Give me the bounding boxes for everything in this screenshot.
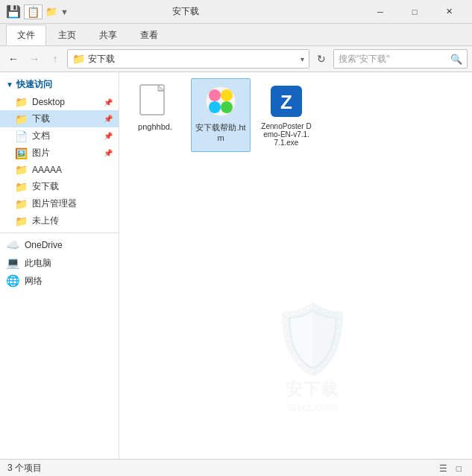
thispc-icon: 💻 bbox=[6, 256, 20, 270]
watermark: 🛡️ 安下载 anxz.com bbox=[271, 300, 354, 414]
close-button[interactable]: ✕ bbox=[432, 0, 466, 24]
quick-access-label: 快速访问 bbox=[16, 78, 52, 91]
sidebar-item-network[interactable]: 🌐 网络 bbox=[0, 272, 119, 290]
search-icon[interactable]: 🔍 bbox=[450, 54, 462, 65]
andownload-folder-icon: 📁 bbox=[15, 181, 28, 193]
tab-share[interactable]: 共享 bbox=[88, 25, 128, 45]
window-controls[interactable]: ─ □ ✕ bbox=[363, 0, 466, 24]
search-placeholder: 搜索"安下载" bbox=[339, 53, 450, 66]
network-icon: 🌐 bbox=[6, 274, 20, 288]
list-view-button[interactable]: ☰ bbox=[436, 462, 450, 475]
grid-view-button[interactable]: □ bbox=[453, 462, 465, 475]
quick-access-header[interactable]: ▼ 快速访问 bbox=[0, 75, 119, 94]
tab-home[interactable]: 主页 bbox=[47, 25, 87, 45]
tab-view[interactable]: 查看 bbox=[129, 25, 169, 45]
file-item-zennoposter[interactable]: Z ZennoPoster Demo-EN-v7.1.7.1.exe bbox=[257, 78, 316, 152]
sidebar: ▼ 快速访问 📁 Desktop 📌 📁 下载 📌 📄 文档 📌 🖼️ 图片 📌… bbox=[0, 72, 119, 459]
minimize-button[interactable]: ─ bbox=[363, 0, 397, 24]
pin-icon-pictures: 📌 bbox=[104, 149, 113, 157]
window-title: 安下载 bbox=[9, 5, 363, 18]
unuploaded-folder-icon: 📁 bbox=[15, 215, 28, 227]
sidebar-item-pictures[interactable]: 🖼️ 图片 📌 bbox=[0, 145, 119, 162]
downloads-folder-icon: 📁 bbox=[15, 113, 28, 125]
sidebar-item-aaaaa-label: AAAAA bbox=[32, 165, 62, 175]
sidebar-item-downloads[interactable]: 📁 下载 📌 bbox=[0, 110, 119, 127]
aaaaa-folder-icon: 📁 bbox=[15, 164, 28, 176]
address-folder-icon: 📁 bbox=[72, 53, 85, 65]
anzhazhu-icon bbox=[203, 83, 239, 119]
pin-icon-documents: 📌 bbox=[104, 132, 113, 140]
anzhazhu-label: 安下载帮助.htm bbox=[195, 122, 247, 142]
main-area: ▼ 快速访问 📁 Desktop 📌 📁 下载 📌 📄 文档 📌 🖼️ 图片 📌… bbox=[0, 72, 472, 459]
refresh-button[interactable]: ↻ bbox=[312, 50, 330, 68]
tab-file[interactable]: 文件 bbox=[6, 25, 46, 45]
zennoposter-label: ZennoPoster Demo-EN-v7.1.7.1.exe bbox=[260, 122, 312, 147]
sidebar-item-andownload[interactable]: 📁 安下载 bbox=[0, 178, 119, 195]
forward-button[interactable]: → bbox=[25, 50, 43, 68]
sidebar-item-unuploaded[interactable]: 📁 未上传 bbox=[0, 212, 119, 229]
pin-icon-desktop: 📌 bbox=[104, 98, 113, 107]
sidebar-item-unuploaded-label: 未上传 bbox=[32, 215, 59, 227]
sidebar-item-andownload-label: 安下载 bbox=[32, 180, 59, 193]
file-grid: pnghhbd. 安下载帮助.htm bbox=[125, 78, 466, 152]
sidebar-item-desktop[interactable]: 📁 Desktop 📌 bbox=[0, 94, 119, 110]
svg-point-3 bbox=[221, 89, 233, 101]
sidebar-divider-1 bbox=[0, 232, 119, 233]
search-box[interactable]: 搜索"安下载" 🔍 bbox=[333, 49, 468, 69]
sidebar-item-picmanager[interactable]: 📁 图片管理器 bbox=[0, 195, 119, 212]
maximize-button[interactable]: □ bbox=[397, 0, 432, 24]
sidebar-item-documents[interactable]: 📄 文档 📌 bbox=[0, 127, 119, 145]
onedrive-icon: ☁️ bbox=[6, 238, 20, 252]
file-item-anzhazhu[interactable]: 安下载帮助.htm bbox=[191, 78, 251, 152]
sidebar-item-aaaaa[interactable]: 📁 AAAAA bbox=[0, 162, 119, 178]
address-dropdown-icon[interactable]: ▾ bbox=[300, 55, 304, 63]
up-button[interactable]: ↑ bbox=[46, 50, 64, 68]
sidebar-item-onedrive[interactable]: ☁️ OneDrive bbox=[0, 236, 119, 254]
pictures-icon: 🖼️ bbox=[15, 147, 28, 159]
ribbon-tabs: 文件 主页 共享 查看 bbox=[0, 24, 472, 46]
file-area: pnghhbd. 安下载帮助.htm bbox=[119, 72, 472, 459]
sidebar-item-pictures-label: 图片 bbox=[32, 147, 50, 159]
sidebar-item-documents-label: 文档 bbox=[32, 130, 50, 142]
sidebar-item-onedrive-label: OneDrive bbox=[25, 240, 63, 250]
status-bar: 3 个项目 ☰ □ bbox=[0, 459, 472, 476]
sidebar-item-network-label: 网络 bbox=[25, 275, 43, 288]
pnghhbd-label: pnghhbd. bbox=[138, 122, 172, 131]
pin-icon-downloads: 📌 bbox=[104, 115, 113, 123]
svg-point-5 bbox=[221, 101, 233, 113]
address-path: 安下载 bbox=[88, 53, 298, 66]
sidebar-item-picmanager-label: 图片管理器 bbox=[32, 197, 77, 210]
sidebar-item-desktop-label: Desktop bbox=[32, 97, 65, 107]
svg-point-1 bbox=[206, 86, 236, 116]
pnghhbd-icon bbox=[137, 83, 173, 119]
title-bar: 💾 📋 📁 ▼ 安下载 ─ □ ✕ bbox=[0, 0, 472, 24]
back-button[interactable]: ← bbox=[4, 50, 22, 68]
desktop-folder-icon: 📁 bbox=[15, 96, 28, 108]
svg-text:Z: Z bbox=[280, 91, 292, 113]
svg-point-4 bbox=[209, 101, 221, 113]
toolbar: ← → ↑ 📁 安下载 ▾ ↻ 搜索"安下载" 🔍 bbox=[0, 46, 472, 72]
sidebar-item-thispc[interactable]: 💻 此电脑 bbox=[0, 254, 119, 272]
documents-icon: 📄 bbox=[15, 130, 28, 142]
picmanager-folder-icon: 📁 bbox=[15, 198, 28, 210]
view-controls: ☰ □ bbox=[436, 462, 465, 475]
file-item-pnghhbd[interactable]: pnghhbd. bbox=[125, 78, 185, 152]
zennoposter-icon: Z bbox=[268, 83, 304, 119]
sidebar-item-downloads-label: 下载 bbox=[32, 112, 50, 125]
svg-point-2 bbox=[209, 89, 221, 101]
status-count: 3 个项目 bbox=[7, 462, 436, 475]
address-bar[interactable]: 📁 安下载 ▾ bbox=[67, 49, 309, 69]
sidebar-item-thispc-label: 此电脑 bbox=[25, 257, 51, 270]
quick-access-chevron: ▼ bbox=[6, 80, 13, 89]
